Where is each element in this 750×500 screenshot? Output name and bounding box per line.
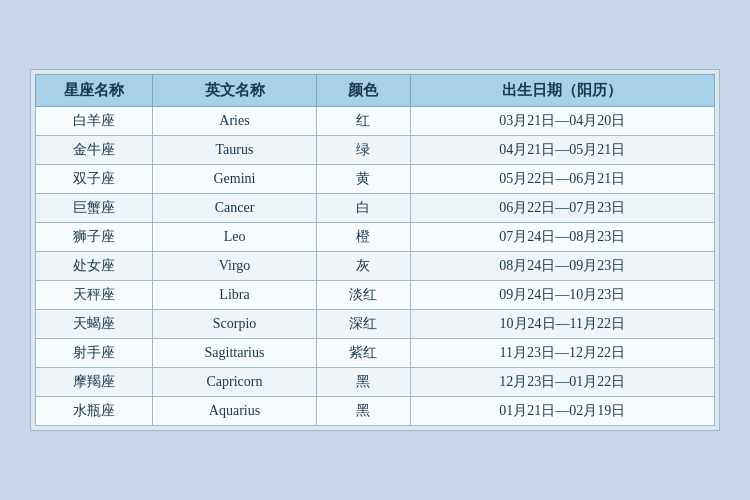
cell-chinese: 射手座: [36, 339, 153, 368]
cell-color: 白: [316, 194, 410, 223]
cell-date: 01月21日—02月19日: [410, 397, 714, 426]
cell-date: 10月24日—11月22日: [410, 310, 714, 339]
cell-chinese: 天秤座: [36, 281, 153, 310]
cell-chinese: 狮子座: [36, 223, 153, 252]
table-row: 天蝎座Scorpio深红10月24日—11月22日: [36, 310, 715, 339]
cell-english: Sagittarius: [153, 339, 317, 368]
cell-color: 红: [316, 107, 410, 136]
cell-color: 绿: [316, 136, 410, 165]
cell-english: Aquarius: [153, 397, 317, 426]
zodiac-table-container: 星座名称 英文名称 颜色 出生日期（阳历） 白羊座Aries红03月21日—04…: [30, 69, 720, 431]
cell-date: 12月23日—01月22日: [410, 368, 714, 397]
cell-english: Scorpio: [153, 310, 317, 339]
cell-date: 11月23日—12月22日: [410, 339, 714, 368]
cell-color: 灰: [316, 252, 410, 281]
cell-date: 04月21日—05月21日: [410, 136, 714, 165]
table-row: 水瓶座Aquarius黑01月21日—02月19日: [36, 397, 715, 426]
cell-chinese: 白羊座: [36, 107, 153, 136]
cell-color: 紫红: [316, 339, 410, 368]
cell-chinese: 双子座: [36, 165, 153, 194]
zodiac-table: 星座名称 英文名称 颜色 出生日期（阳历） 白羊座Aries红03月21日—04…: [35, 74, 715, 426]
cell-color: 黄: [316, 165, 410, 194]
cell-english: Gemini: [153, 165, 317, 194]
table-row: 狮子座Leo橙07月24日—08月23日: [36, 223, 715, 252]
table-row: 射手座Sagittarius紫红11月23日—12月22日: [36, 339, 715, 368]
cell-chinese: 天蝎座: [36, 310, 153, 339]
cell-color: 黑: [316, 397, 410, 426]
cell-english: Leo: [153, 223, 317, 252]
table-row: 白羊座Aries红03月21日—04月20日: [36, 107, 715, 136]
cell-chinese: 处女座: [36, 252, 153, 281]
cell-color: 淡红: [316, 281, 410, 310]
cell-english: Libra: [153, 281, 317, 310]
cell-color: 深红: [316, 310, 410, 339]
header-english: 英文名称: [153, 75, 317, 107]
cell-date: 08月24日—09月23日: [410, 252, 714, 281]
cell-date: 03月21日—04月20日: [410, 107, 714, 136]
table-row: 摩羯座Capricorn黑12月23日—01月22日: [36, 368, 715, 397]
cell-date: 09月24日—10月23日: [410, 281, 714, 310]
cell-english: Virgo: [153, 252, 317, 281]
cell-date: 05月22日—06月21日: [410, 165, 714, 194]
table-row: 巨蟹座Cancer白06月22日—07月23日: [36, 194, 715, 223]
header-color: 颜色: [316, 75, 410, 107]
table-row: 双子座Gemini黄05月22日—06月21日: [36, 165, 715, 194]
table-row: 金牛座Taurus绿04月21日—05月21日: [36, 136, 715, 165]
cell-chinese: 摩羯座: [36, 368, 153, 397]
header-date: 出生日期（阳历）: [410, 75, 714, 107]
cell-chinese: 金牛座: [36, 136, 153, 165]
cell-english: Taurus: [153, 136, 317, 165]
header-chinese: 星座名称: [36, 75, 153, 107]
cell-english: Capricorn: [153, 368, 317, 397]
header-row: 星座名称 英文名称 颜色 出生日期（阳历）: [36, 75, 715, 107]
cell-chinese: 巨蟹座: [36, 194, 153, 223]
cell-date: 06月22日—07月23日: [410, 194, 714, 223]
table-row: 处女座Virgo灰08月24日—09月23日: [36, 252, 715, 281]
cell-color: 黑: [316, 368, 410, 397]
table-row: 天秤座Libra淡红09月24日—10月23日: [36, 281, 715, 310]
cell-date: 07月24日—08月23日: [410, 223, 714, 252]
cell-color: 橙: [316, 223, 410, 252]
cell-english: Aries: [153, 107, 317, 136]
cell-chinese: 水瓶座: [36, 397, 153, 426]
cell-english: Cancer: [153, 194, 317, 223]
